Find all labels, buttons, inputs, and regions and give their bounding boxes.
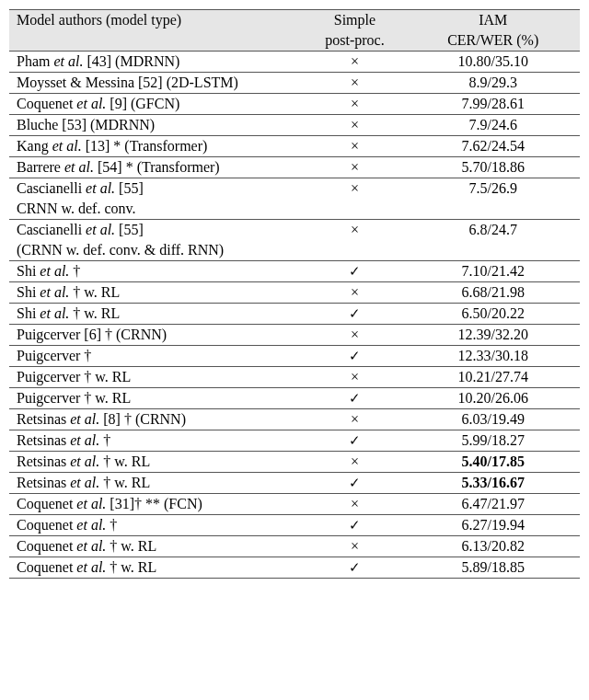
cell-author: Puigcerver † w. RL [9, 367, 303, 388]
cell-postproc: × [303, 494, 406, 515]
table-row: Shi et al. † w. RL✓6.50/20.22 [9, 304, 580, 325]
cell-postproc: × [303, 409, 406, 430]
cell-postproc: ✓ [303, 304, 406, 325]
cell-postproc: × [303, 178, 406, 200]
cell-postproc: ✓ [303, 388, 406, 409]
cell-result: 8.9/29.3 [406, 73, 580, 94]
table-row: Coquenet et al. † w. RL✓5.89/18.85 [9, 557, 580, 579]
cell-author: Retsinas et al. [8] † (CRNN) [9, 409, 303, 430]
cell-postproc: ✓ [303, 515, 406, 536]
table-row: Puigcerver †✓12.33/30.18 [9, 346, 580, 367]
cell-author: Cascianelli et al. [55] [9, 178, 303, 200]
cell-author: Shi et al. † w. RL [9, 282, 303, 304]
table-row: Shi et al. †✓7.10/21.42 [9, 261, 580, 282]
cell-postproc: × [303, 115, 406, 136]
cell-result: 5.99/18.27 [406, 430, 580, 452]
cell-result: 5.70/18.86 [406, 157, 580, 178]
cell-postproc: ✓ [303, 473, 406, 494]
cross-icon: × [351, 284, 359, 300]
cell-postproc: × [303, 282, 406, 304]
cross-icon: × [351, 411, 359, 427]
check-icon: ✓ [349, 433, 361, 448]
cell-author: Puigcerver † w. RL [9, 388, 303, 409]
cross-icon: × [351, 117, 359, 132]
cell-postproc: × [303, 94, 406, 115]
table-row: Puigcerver † w. RL✓10.20/26.06 [9, 388, 580, 409]
table-row: Pham et al. [43] (MDRNN)×10.80/35.10 [9, 52, 580, 73]
cell-result: 5.40/17.85 [406, 452, 580, 473]
table-row-sub: (CRNN w. def. conv. & diff. RNN) [9, 240, 580, 261]
cell-postproc: × [303, 73, 406, 94]
check-icon: ✓ [349, 306, 361, 321]
check-icon: ✓ [349, 518, 361, 533]
table-row: Coquenet et al. [31]† ** (FCN)×6.47/21.9… [9, 494, 580, 515]
cell-author: Puigcerver † [9, 346, 303, 367]
cell-postproc-empty [303, 199, 406, 220]
check-icon: ✓ [349, 476, 361, 490]
cell-author: Coquenet et al. † w. RL [9, 557, 303, 579]
cell-result: 12.33/30.18 [406, 346, 580, 367]
cell-result: 6.13/20.82 [406, 536, 580, 557]
col-result-header-2: CER/WER (%) [406, 30, 580, 52]
table-row: Retsinas et al. † w. RL✓5.33/16.67 [9, 473, 580, 494]
cell-result: 6.50/20.22 [406, 304, 580, 325]
cell-author-sub: (CRNN w. def. conv. & diff. RNN) [9, 240, 303, 261]
cross-icon: × [351, 453, 359, 469]
cell-author: Retsinas et al. † [9, 430, 303, 452]
cell-postproc: × [303, 325, 406, 346]
table-row: Cascianelli et al. [55]×6.8/24.7 [9, 220, 580, 241]
cell-result-empty [406, 199, 580, 220]
table-body: Pham et al. [43] (MDRNN)×10.80/35.10Moys… [9, 52, 580, 579]
cell-author: Coquenet et al. [31]† ** (FCN) [9, 494, 303, 515]
cross-icon: × [351, 327, 359, 342]
cell-result: 7.5/26.9 [406, 178, 580, 200]
cell-result: 6.68/21.98 [406, 282, 580, 304]
cell-result: 12.39/32.20 [406, 325, 580, 346]
cell-result: 5.33/16.67 [406, 473, 580, 494]
cross-icon: × [351, 75, 359, 90]
cross-icon: × [351, 369, 359, 384]
cell-postproc: × [303, 536, 406, 557]
cell-result: 6.8/24.7 [406, 220, 580, 241]
cell-result-empty [406, 240, 580, 261]
cell-author: Retsinas et al. † w. RL [9, 452, 303, 473]
cell-result: 7.9/24.6 [406, 115, 580, 136]
cell-result: 7.62/24.54 [406, 136, 580, 157]
cell-author: Barrere et al. [54] * (Transformer) [9, 157, 303, 178]
cell-result: 10.80/35.10 [406, 52, 580, 73]
cross-icon: × [351, 138, 359, 154]
cell-author: Bluche [53] (MDRNN) [9, 115, 303, 136]
cell-postproc: × [303, 367, 406, 388]
cell-result: 6.03/19.49 [406, 409, 580, 430]
table-row-sub: CRNN w. def. conv. [9, 199, 580, 220]
cell-postproc: ✓ [303, 430, 406, 452]
cross-icon: × [351, 159, 359, 175]
table-row: Coquenet et al. [9] (GFCN)×7.99/28.61 [9, 94, 580, 115]
cell-author: Shi et al. † w. RL [9, 304, 303, 325]
cross-icon: × [351, 180, 359, 196]
cross-icon: × [351, 96, 359, 111]
cell-postproc: × [303, 220, 406, 241]
table-row: Barrere et al. [54] * (Transformer)×5.70… [9, 157, 580, 178]
cell-postproc: ✓ [303, 346, 406, 367]
table-header: Model authors (model type) Simple IAM po… [9, 10, 580, 52]
cell-author: Moysset & Messina [52] (2D-LSTM) [9, 73, 303, 94]
col-postproc-header-1: Simple [303, 10, 406, 31]
check-icon: ✓ [349, 560, 361, 575]
table-row: Moysset & Messina [52] (2D-LSTM)×8.9/29.… [9, 73, 580, 94]
col-result-header-1: IAM [406, 10, 580, 31]
cross-icon: × [351, 222, 359, 237]
cell-postproc-empty [303, 240, 406, 261]
table-row: Bluche [53] (MDRNN)×7.9/24.6 [9, 115, 580, 136]
col-postproc-header-2: post-proc. [303, 30, 406, 52]
cell-result: 6.47/21.97 [406, 494, 580, 515]
cell-result: 7.99/28.61 [406, 94, 580, 115]
cell-author: Coquenet et al. † w. RL [9, 536, 303, 557]
cell-result: 6.27/19.94 [406, 515, 580, 536]
cell-result: 5.89/18.85 [406, 557, 580, 579]
table-row: Coquenet et al. † w. RL×6.13/20.82 [9, 536, 580, 557]
cell-author-sub: CRNN w. def. conv. [9, 199, 303, 220]
cell-postproc: ✓ [303, 557, 406, 579]
table-row: Puigcerver [6] † (CRNN)×12.39/32.20 [9, 325, 580, 346]
cell-author: Retsinas et al. † w. RL [9, 473, 303, 494]
